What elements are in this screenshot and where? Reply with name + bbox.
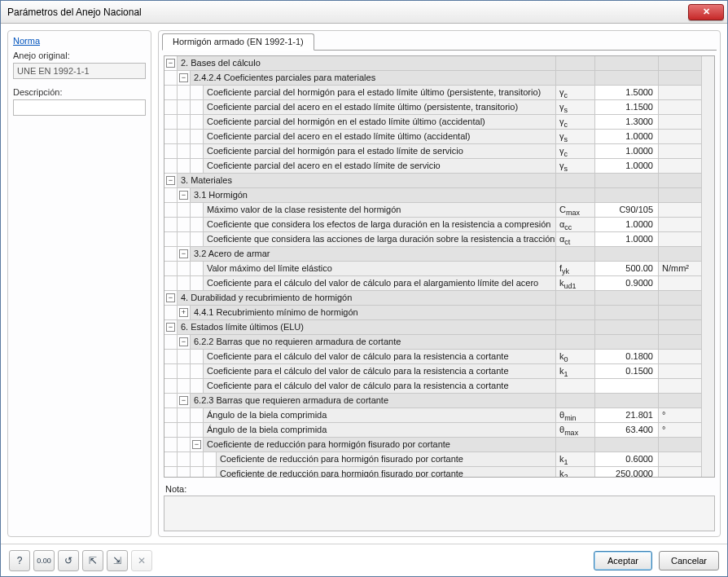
tree-toggle-icon[interactable]: [179, 249, 188, 258]
tree-toggle-icon[interactable]: [179, 191, 188, 200]
anejo-input[interactable]: [13, 63, 146, 79]
grid-section-row[interactable]: 6. Estados límite últimos (ELU): [164, 320, 701, 335]
grid-param-row[interactable]: Ángulo de la biela comprimidaθmin21.801°: [164, 408, 701, 423]
grid-param-row[interactable]: Coeficiente para el cálculo del valor de…: [164, 379, 701, 394]
nota-textbox[interactable]: [164, 496, 715, 531]
row-value[interactable]: 1.5000: [595, 86, 659, 99]
row-value[interactable]: 250.0000: [595, 467, 659, 477]
nota-label: Nota:: [165, 484, 715, 494]
grid-section-row[interactable]: 3.1 Hormigón: [164, 188, 701, 203]
units-icon-button[interactable]: 0.00: [33, 550, 55, 571]
row-description: Coeficiente para el cálculo del valor de…: [204, 364, 556, 378]
row-value[interactable]: 0.1800: [595, 350, 659, 363]
row-symbol: γs: [556, 130, 595, 143]
import-icon-button[interactable]: ⇱: [82, 550, 103, 571]
grid-param-row[interactable]: Valor máximo del límite elásticofyk500.0…: [164, 262, 701, 276]
delete-icon-button: ✕: [131, 550, 152, 571]
help-icon-button[interactable]: ?: [9, 550, 30, 571]
grid-section-row[interactable]: Coeficiente de reducción para hormigón f…: [164, 438, 701, 452]
row-value[interactable]: 21.801: [595, 408, 659, 422]
row-value[interactable]: C90/105: [595, 203, 659, 217]
grid-param-row[interactable]: Coeficiente para el cálculo del valor de…: [164, 276, 701, 291]
row-symbol: [556, 291, 595, 305]
grid-param-row[interactable]: Coeficiente parcial del acero en el esta…: [164, 159, 701, 174]
tree-toggle-icon[interactable]: [166, 323, 175, 332]
row-value[interactable]: 1.0000: [595, 232, 659, 246]
grid-param-row[interactable]: Coeficiente para el cálculo del valor de…: [164, 364, 701, 379]
row-value[interactable]: 0.6000: [595, 452, 659, 466]
row-unit: [659, 144, 701, 158]
tree-toggle-icon[interactable]: [192, 440, 201, 449]
norma-link[interactable]: Norma: [13, 36, 146, 46]
main-panel: Hormigón armado (EN 1992-1-1) 2. Bases d…: [158, 30, 721, 537]
row-value[interactable]: 1.1500: [595, 100, 659, 114]
row-value[interactable]: 1.0000: [595, 130, 659, 143]
row-unit: [659, 71, 701, 85]
accept-button[interactable]: Aceptar: [594, 551, 652, 570]
export-icon-button[interactable]: ⇲: [107, 550, 128, 571]
row-symbol: γc: [556, 86, 595, 99]
row-value: [595, 335, 659, 349]
grid-param-row[interactable]: Coeficiente que considera las acciones d…: [164, 232, 701, 247]
grid-section-row[interactable]: 2. Bases del cálculo: [164, 56, 701, 71]
row-value[interactable]: 0.1500: [595, 364, 659, 378]
row-unit: [659, 350, 701, 363]
row-symbol: [556, 320, 595, 334]
tree-toggle-icon[interactable]: [179, 308, 188, 317]
row-value[interactable]: 63.400: [595, 423, 659, 437]
tab-hormigon-armado[interactable]: Hormigón armado (EN 1992-1-1): [162, 33, 314, 51]
grid-section-row[interactable]: 6.2.3 Barras que requieren armadura de c…: [164, 394, 701, 408]
row-value[interactable]: 1.0000: [595, 218, 659, 231]
row-description: Ángulo de la biela comprimida: [204, 423, 556, 437]
cancel-button[interactable]: Cancelar: [659, 551, 719, 570]
row-description: 3.1 Hormigón: [191, 188, 556, 202]
row-description: Máximo valor de la clase resistente del …: [204, 203, 556, 217]
row-description: 6. Estados límite últimos (ELU): [178, 320, 556, 334]
row-description: Coeficiente parcial del acero en el esta…: [204, 130, 556, 143]
row-description: 2.4.2.4 Coeficientes parciales para mate…: [191, 71, 556, 85]
grid-param-row[interactable]: Máximo valor de la clase resistente del …: [164, 203, 701, 218]
grid-section-row[interactable]: 4. Durabilidad y recubrimiento de hormig…: [164, 291, 701, 306]
tree-toggle-icon[interactable]: [179, 73, 188, 82]
reset-icon-button[interactable]: ↺: [58, 550, 79, 571]
grid-param-row[interactable]: Coeficiente parcial del acero en el esta…: [164, 130, 701, 144]
descripcion-input[interactable]: [13, 99, 146, 116]
grid-param-row[interactable]: Coeficiente de reducción para hormigón f…: [164, 467, 701, 477]
grid-param-row[interactable]: Ángulo de la biela comprimidaθmax63.400°: [164, 423, 701, 438]
row-unit: [659, 320, 701, 334]
tree-toggle-icon[interactable]: [179, 396, 188, 405]
row-value[interactable]: 1.3000: [595, 115, 659, 129]
grid-body[interactable]: 2. Bases del cálculo2.4.2.4 Coeficientes…: [164, 56, 701, 477]
grid-param-row[interactable]: Coeficiente parcial del hormigón para el…: [164, 86, 701, 100]
row-value[interactable]: [595, 379, 659, 393]
grid-section-row[interactable]: 4.4.1 Recubrimiento mínimo de hormigón: [164, 306, 701, 320]
close-button[interactable]: ✕: [688, 4, 724, 20]
grid-param-row[interactable]: Coeficiente para el cálculo del valor de…: [164, 350, 701, 364]
grid-section-row[interactable]: 2.4.2.4 Coeficientes parciales para mate…: [164, 71, 701, 86]
tree-toggle-icon[interactable]: [179, 337, 188, 346]
grid-param-row[interactable]: Coeficiente parcial del acero en el esta…: [164, 100, 701, 115]
dialog-body: Norma Anejo original: Descripción: Hormi…: [1, 24, 727, 544]
row-symbol: fyk: [556, 262, 595, 275]
row-description: Coeficiente de reducción para hormigón f…: [217, 467, 556, 477]
grid-section-row[interactable]: 3. Materiales: [164, 174, 701, 188]
scrollbar[interactable]: [701, 56, 714, 477]
tree-toggle-icon[interactable]: [166, 59, 175, 68]
row-description: Coeficiente que considera las acciones d…: [204, 232, 556, 246]
row-description: 4. Durabilidad y recubrimiento de hormig…: [178, 291, 556, 305]
row-value[interactable]: 1.0000: [595, 144, 659, 158]
row-symbol: k1: [556, 452, 595, 466]
grid-param-row[interactable]: Coeficiente que considera los efectos de…: [164, 218, 701, 232]
row-value[interactable]: 500.00: [595, 262, 659, 275]
grid-param-row[interactable]: Coeficiente parcial del hormigón para el…: [164, 144, 701, 159]
row-value[interactable]: 0.9000: [595, 276, 659, 290]
grid-param-row[interactable]: Coeficiente parcial del hormigón en el e…: [164, 115, 701, 130]
tree-toggle-icon[interactable]: [166, 293, 175, 302]
grid-param-row[interactable]: Coeficiente de reducción para hormigón f…: [164, 452, 701, 467]
grid-section-row[interactable]: 6.2.2 Barras que no requieren armadura d…: [164, 335, 701, 350]
row-symbol: [556, 174, 595, 187]
grid-section-row[interactable]: 3.2 Acero de armar: [164, 247, 701, 262]
row-symbol: [556, 379, 595, 393]
row-value[interactable]: 1.0000: [595, 159, 659, 173]
tree-toggle-icon[interactable]: [166, 176, 175, 185]
